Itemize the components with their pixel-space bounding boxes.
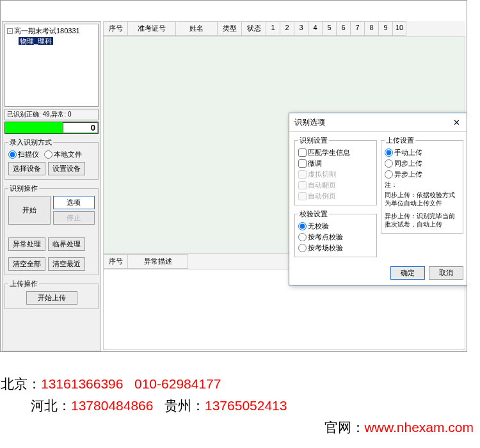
app-window: − 高一期末考试180331 物理_理科 已识别正确: 49,异常: 0 0 录… <box>0 0 467 352</box>
chk-match-student[interactable]: 匹配学生信息 <box>298 148 373 157</box>
dialog-title-text: 识别选项 <box>294 117 325 128</box>
th-status[interactable]: 状态 <box>241 21 266 36</box>
radio-by-room[interactable]: 按考场校验 <box>298 243 373 253</box>
recognition-ops-legend: 识别操作 <box>8 184 39 193</box>
top-table-header: 序号 准考证号 姓名 类型 状态 1 2 3 4 5 6 7 8 9 10 <box>103 21 465 36</box>
validation-settings-legend: 校验设置 <box>298 209 329 219</box>
options-dialog: 识别选项 ✕ 识别设置 匹配学生信息 微调 虚拟切割 自动翻页 自动倒页 校验设… <box>289 113 467 285</box>
th-examid[interactable]: 准考证号 <box>127 21 175 36</box>
radio-manual-upload[interactable]: 手动上传 <box>385 148 460 157</box>
th-name[interactable]: 姓名 <box>175 21 217 36</box>
upload-note-label: 注： <box>385 180 460 189</box>
exam-tree: − 高一期末考试180331 物理_理科 <box>4 24 99 107</box>
upload-ops-legend: 上传操作 <box>8 279 39 289</box>
tree-collapse-icon[interactable]: − <box>7 28 13 34</box>
upload-ops-group: 上传操作 开始上传 <box>4 279 99 309</box>
dialog-titlebar: 识别选项 ✕ <box>289 113 467 132</box>
recognition-status: 已识别正确: 49,异常: 0 <box>4 109 99 120</box>
tree-child-label: 物理_理科 <box>19 37 53 45</box>
radio-sync-upload[interactable]: 同步上传 <box>385 159 460 168</box>
upload-note-async: 异步上传：识别完毕当前批次试卷，自动上传 <box>385 212 460 229</box>
upload-settings-legend: 上传设置 <box>385 136 415 145</box>
start-upload-button[interactable]: 开始上传 <box>26 291 77 305</box>
th-8[interactable]: 8 <box>364 21 378 36</box>
contact-beijing: 北京：13161366396 010-62984177 <box>1 375 480 393</box>
th-9[interactable]: 9 <box>378 21 392 36</box>
stop-button: 停止 <box>53 211 95 225</box>
th-b-desc[interactable]: 异常描述 <box>127 254 188 269</box>
th-2[interactable]: 2 <box>280 21 294 36</box>
radio-no-validate[interactable]: 无校验 <box>298 221 373 231</box>
tree-root-label: 高一期末考试180331 <box>14 26 80 36</box>
th-4[interactable]: 4 <box>308 21 322 36</box>
exception-button[interactable]: 异常处理 <box>8 237 45 251</box>
select-device-button[interactable]: 选择设备 <box>8 162 45 175</box>
chk-auto-flip: 自动翻页 <box>298 180 373 190</box>
th-7[interactable]: 7 <box>350 21 364 36</box>
chk-auto-reverse: 自动倒页 <box>298 191 373 201</box>
radio-async-upload[interactable]: 异步上传 <box>385 170 460 179</box>
input-mode-group: 录入识别方式 扫描仪 本地文件 选择设备 设置设备 <box>4 138 99 180</box>
recognition-settings-group: 识别设置 匹配学生信息 微调 虚拟切割 自动翻页 自动倒页 <box>294 136 377 205</box>
th-index[interactable]: 序号 <box>103 21 127 36</box>
left-panel: − 高一期末考试180331 物理_理科 已识别正确: 49,异常: 0 0 录… <box>2 21 101 351</box>
radio-localfile[interactable]: 本地文件 <box>44 150 82 159</box>
input-mode-legend: 录入识别方式 <box>8 138 53 147</box>
config-device-button[interactable]: 设置设备 <box>48 162 85 175</box>
validation-settings-group: 校验设置 无校验 按考点校验 按考场校验 <box>294 209 377 257</box>
boundary-button[interactable]: 临界处理 <box>48 237 85 251</box>
th-b-index[interactable]: 序号 <box>103 254 127 269</box>
th-6[interactable]: 6 <box>336 21 350 36</box>
contact-site: 官网：www.nhexam.com <box>0 419 474 436</box>
clear-recent-button[interactable]: 清空最近 <box>48 257 85 271</box>
counter-value: 0 <box>63 122 98 133</box>
recognition-settings-legend: 识别设置 <box>298 136 329 145</box>
th-type[interactable]: 类型 <box>217 21 241 36</box>
upload-note-sync: 同步上传：依据校验方式为单位自动上传文件 <box>385 191 460 208</box>
th-10[interactable]: 10 <box>392 21 406 36</box>
chk-virtual-cut: 虚拟切割 <box>298 170 373 179</box>
chk-fine-tune[interactable]: 微调 <box>298 159 373 168</box>
upload-settings-group: 上传设置 手动上传 同步上传 异步上传 注： 同步上传：依据校验方式为单位自动上… <box>381 136 463 234</box>
counter-bar: 0 <box>4 122 99 134</box>
radio-localfile-input[interactable] <box>44 150 52 159</box>
start-button[interactable]: 开始 <box>8 196 51 225</box>
options-button[interactable]: 选项 <box>53 196 95 209</box>
tree-root-item[interactable]: − 高一期末考试180331 <box>7 26 96 36</box>
radio-scanner-input[interactable] <box>8 150 17 159</box>
tree-child-item[interactable]: 物理_理科 <box>19 36 96 46</box>
recognition-ops-group: 识别操作 开始 选项 停止 异常处理 临界处理 清空全部 清空最近 <box>4 184 99 275</box>
contact-block: 北京：13161366396 010-62984177 河北：137804848… <box>0 371 480 436</box>
close-icon[interactable]: ✕ <box>449 116 463 128</box>
contact-hebei-guizhou: 河北：13780484866 贵州：13765052413 <box>31 397 480 415</box>
th-1[interactable]: 1 <box>266 21 280 36</box>
th-5[interactable]: 5 <box>322 21 336 36</box>
clear-all-button[interactable]: 清空全部 <box>8 257 45 271</box>
radio-by-point[interactable]: 按考点校验 <box>298 232 373 242</box>
radio-scanner[interactable]: 扫描仪 <box>8 150 39 159</box>
ok-button[interactable]: 确定 <box>390 266 425 280</box>
th-3[interactable]: 3 <box>294 21 308 36</box>
cancel-button[interactable]: 取消 <box>429 266 463 280</box>
